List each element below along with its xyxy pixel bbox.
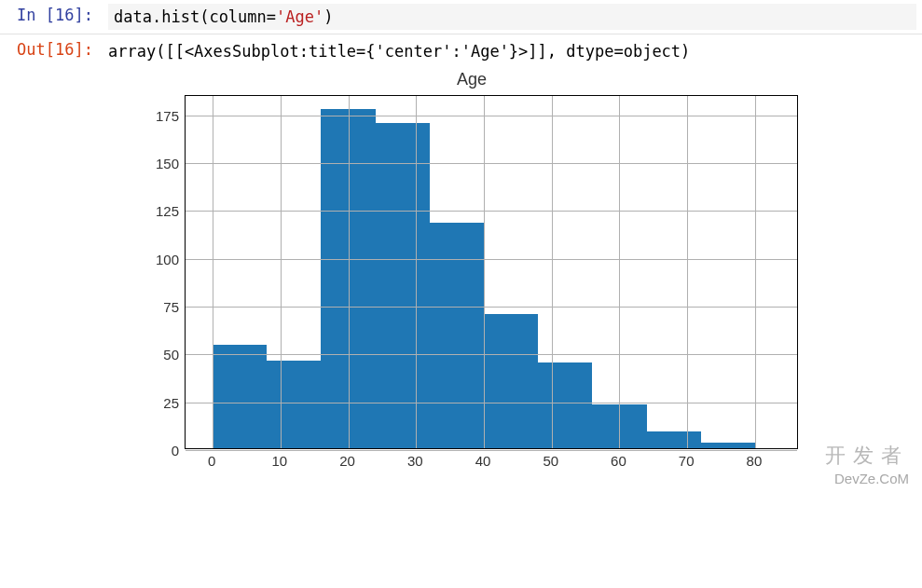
input-content: data.hist(column='Age') [103, 0, 922, 34]
watermark-sub: DevZe.CoM [834, 471, 909, 485]
code-prefix: data. [114, 7, 161, 26]
x-tick-label: 30 [407, 453, 423, 469]
gridline-h [186, 116, 797, 116]
input-cell: In [16]: data.hist(column='Age') [0, 0, 922, 34]
code-str: 'Age' [276, 7, 323, 26]
gridline-v [755, 96, 756, 448]
x-axis-ticks: 01020304050607080 [145, 449, 798, 472]
gridline-h [186, 163, 797, 164]
watermark-text: 开发者 [825, 442, 909, 470]
gridline-v [619, 96, 620, 448]
output-content: array([[<AxesSubplot:title={'center':'Ag… [103, 34, 922, 485]
input-prompt: In [16]: [0, 0, 103, 34]
histogram-bar [430, 223, 484, 448]
bars-layer [186, 96, 797, 448]
output-prompt: Out[16]: [0, 34, 103, 485]
gridline-h [186, 259, 797, 260]
gridline-v [484, 96, 485, 448]
chart-container: Age 1751501251007550250 0102030405060708… [108, 70, 916, 481]
gridline-v [687, 96, 688, 448]
code-open: ( [200, 7, 209, 26]
gridline-v [552, 96, 553, 448]
x-tick-label: 0 [208, 453, 215, 469]
x-tick-label: 10 [271, 453, 287, 469]
code-area[interactable]: data.hist(column='Age') [108, 4, 916, 30]
x-tick-label: 70 [679, 453, 695, 469]
gridline-v [213, 96, 213, 448]
code-fn: hist [161, 7, 200, 26]
plot-area [185, 95, 798, 449]
code-kw: column [209, 7, 266, 26]
gridline-v [349, 96, 350, 448]
histogram-bar [484, 314, 538, 448]
histogram-bar [376, 123, 430, 448]
code-close: ) [323, 7, 333, 26]
gridline-v [416, 96, 417, 448]
gridline-h [186, 354, 797, 355]
output-cell: Out[16]: array([[<AxesSubplot:title={'ce… [0, 34, 922, 485]
x-tick-label: 40 [475, 453, 491, 469]
chart-title: Age [145, 70, 798, 95]
histogram-bar [647, 431, 701, 448]
x-tick-label: 60 [611, 453, 626, 469]
gridline-h [186, 211, 797, 212]
x-tick-label: 20 [339, 453, 355, 469]
x-tick-label: 80 [747, 453, 763, 469]
histogram-bar [267, 361, 321, 448]
histogram-chart: Age 1751501251007550250 0102030405060708… [145, 70, 798, 472]
code-eq: = [267, 7, 276, 26]
histogram-bar [213, 345, 267, 448]
output-text: array([[<AxesSubplot:title={'center':'Ag… [108, 38, 916, 70]
x-tick-label: 50 [543, 453, 558, 469]
gridline-h [186, 403, 797, 403]
gridline-v [281, 96, 282, 448]
y-axis-ticks: 1751501251007550250 [145, 95, 185, 449]
histogram-bar [538, 362, 592, 448]
gridline-h [186, 307, 797, 308]
histogram-bar [701, 443, 755, 448]
